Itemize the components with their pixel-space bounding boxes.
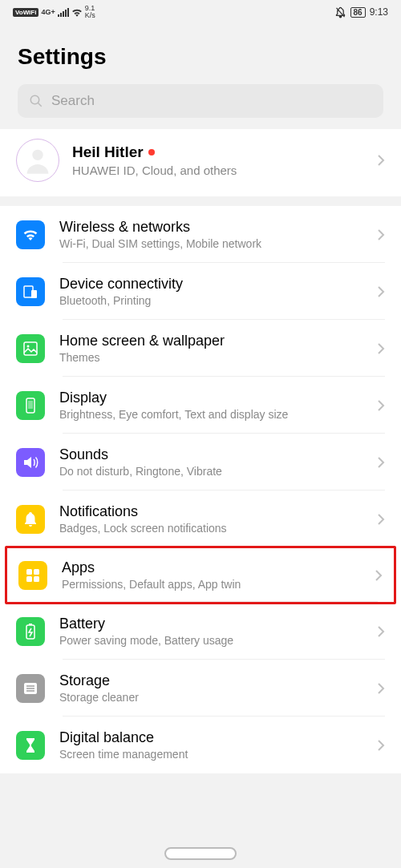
settings-item-title: Wireless & networks (59, 219, 363, 236)
chevron-right-icon (377, 228, 385, 241)
phone-icon (16, 391, 45, 420)
settings-item-text: Digital balanceScreen time management (59, 729, 363, 761)
settings-item-battery[interactable]: BatteryPower saving mode, Battery usage (0, 603, 401, 660)
chevron-right-icon (377, 285, 385, 298)
battery-icon (16, 617, 45, 646)
settings-item-subtitle: Permissions, Default apps, App twin (62, 578, 360, 591)
status-bar: VoWiFi 4G+ 9.1 K/s 86 9:13 (0, 0, 401, 24)
chevron-right-icon (377, 456, 385, 469)
settings-item-display[interactable]: DisplayBrightness, Eye comfort, Text and… (0, 377, 401, 434)
svg-line-1 (38, 103, 42, 107)
settings-item-title: Notifications (59, 503, 363, 520)
svg-rect-4 (31, 290, 37, 298)
settings-item-subtitle: Badges, Lock screen notifications (59, 522, 363, 535)
header: Settings (0, 24, 401, 84)
devices-icon (16, 277, 45, 306)
svg-point-6 (27, 345, 30, 347)
settings-item-text: SoundsDo not disturb, Ringtone, Vibrate (59, 446, 363, 478)
settings-item-title: Home screen & wallpaper (59, 333, 363, 349)
settings-item-text: Device connectivityBluetooth, Printing (59, 276, 363, 307)
settings-item-device-connectivity[interactable]: Device connectivityBluetooth, Printing (0, 263, 401, 320)
avatar (16, 139, 59, 182)
settings-item-sounds[interactable]: SoundsDo not disturb, Ringtone, Vibrate (0, 434, 401, 491)
settings-item-text: StorageStorage cleaner (59, 672, 363, 704)
svg-point-0 (30, 95, 39, 104)
battery-level: 86 (350, 7, 366, 18)
settings-item-subtitle: Wi-Fi, Dual SIM settings, Mobile network (59, 237, 363, 250)
settings-item-title: Battery (59, 616, 363, 632)
search-container: Search (0, 84, 401, 129)
settings-item-subtitle: Storage cleaner (59, 691, 363, 704)
settings-item-text: BatteryPower saving mode, Battery usage (59, 616, 363, 647)
settings-item-title: Digital balance (59, 729, 363, 746)
search-input[interactable]: Search (18, 84, 383, 118)
settings-item-text: AppsPermissions, Default apps, App twin (62, 559, 360, 591)
vowifi-badge: VoWiFi (13, 8, 38, 17)
hourglass-icon (16, 731, 45, 760)
settings-item-home-screen-wallpaper[interactable]: Home screen & wallpaperThemes (0, 320, 401, 377)
chevron-right-icon (377, 154, 385, 167)
sound-icon (16, 448, 45, 477)
search-icon (29, 94, 43, 108)
svg-rect-9 (26, 569, 32, 575)
settings-item-subtitle: Themes (59, 351, 363, 364)
svg-rect-11 (26, 576, 32, 582)
mute-icon (334, 6, 346, 18)
notification-dot-icon (148, 149, 155, 155)
network-speed: 9.1 K/s (85, 5, 95, 19)
account-name: Heil Hitler (72, 143, 364, 161)
account-row[interactable]: Heil Hitler HUAWEI ID, Cloud, and others (0, 129, 401, 196)
wifi-icon (16, 220, 45, 249)
settings-item-title: Apps (62, 559, 360, 576)
status-right: 86 9:13 (334, 6, 388, 18)
svg-rect-5 (24, 342, 37, 355)
svg-rect-14 (29, 624, 32, 625)
chevron-right-icon (377, 513, 385, 526)
image-icon (16, 334, 45, 363)
storage-icon (16, 674, 45, 703)
settings-item-title: Storage (59, 672, 363, 689)
settings-item-text: DisplayBrightness, Eye comfort, Text and… (59, 390, 363, 421)
chevron-right-icon (375, 569, 383, 582)
svg-rect-8 (28, 401, 33, 409)
status-left: VoWiFi 4G+ 9.1 K/s (13, 5, 95, 19)
settings-item-wireless-networks[interactable]: Wireless & networksWi-Fi, Dual SIM setti… (0, 206, 401, 263)
settings-list: Wireless & networksWi-Fi, Dual SIM setti… (0, 206, 401, 773)
settings-item-title: Device connectivity (59, 276, 363, 293)
navigation-pill[interactable] (164, 847, 237, 860)
wifi-status-icon (71, 8, 83, 17)
signal-icon (58, 8, 69, 17)
settings-item-text: Wireless & networksWi-Fi, Dual SIM setti… (59, 219, 363, 250)
settings-item-text: Home screen & wallpaperThemes (59, 333, 363, 364)
search-placeholder: Search (51, 93, 95, 109)
chevron-right-icon (377, 399, 385, 412)
settings-item-title: Display (59, 390, 363, 406)
settings-item-subtitle: Power saving mode, Battery usage (59, 634, 363, 647)
network-type: 4G+ (41, 8, 55, 16)
bell-icon (16, 505, 45, 534)
settings-item-text: NotificationsBadges, Lock screen notific… (59, 503, 363, 535)
settings-item-subtitle: Do not disturb, Ringtone, Vibrate (59, 465, 363, 478)
settings-item-digital-balance[interactable]: Digital balanceScreen time management (0, 717, 401, 773)
settings-item-title: Sounds (59, 446, 363, 463)
svg-rect-10 (34, 569, 39, 575)
svg-rect-12 (34, 576, 39, 582)
clock: 9:13 (370, 6, 388, 18)
settings-item-subtitle: Brightness, Eye comfort, Text and displa… (59, 408, 363, 421)
page-title: Settings (18, 44, 383, 70)
chevron-right-icon (377, 625, 385, 638)
account-subtitle: HUAWEI ID, Cloud, and others (72, 164, 364, 177)
svg-point-2 (32, 150, 43, 160)
chevron-right-icon (377, 739, 385, 752)
chevron-right-icon (377, 342, 385, 355)
account-text: Heil Hitler HUAWEI ID, Cloud, and others (72, 143, 364, 177)
settings-item-apps[interactable]: AppsPermissions, Default apps, App twin (5, 546, 396, 604)
apps-icon (18, 561, 47, 590)
settings-item-storage[interactable]: StorageStorage cleaner (0, 660, 401, 717)
settings-item-subtitle: Bluetooth, Printing (59, 294, 363, 307)
chevron-right-icon (377, 682, 385, 695)
section-divider (0, 196, 401, 206)
settings-item-notifications[interactable]: NotificationsBadges, Lock screen notific… (0, 491, 401, 547)
settings-item-subtitle: Screen time management (59, 748, 363, 761)
